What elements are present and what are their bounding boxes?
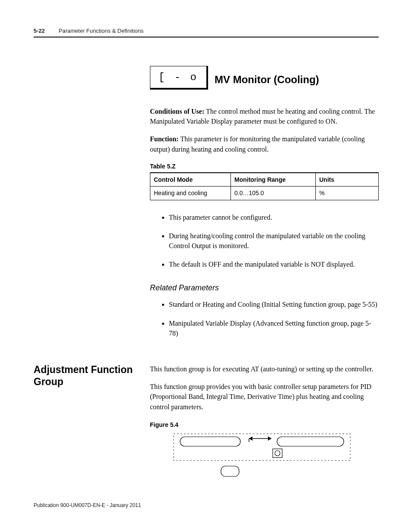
parameter-symbol-box: [ - o xyxy=(150,66,207,88)
table-cell: Heating and cooling xyxy=(150,187,231,200)
footer-publication: Publication 900-UM007D-EN-E - January 20… xyxy=(34,502,141,508)
svg-rect-7 xyxy=(221,466,239,476)
chapter-title: Parameter Functions & Definitions xyxy=(59,28,143,34)
svg-rect-0 xyxy=(174,434,350,460)
function-label: Function: xyxy=(150,135,179,143)
table-header-cell: Units xyxy=(316,173,379,187)
section-paragraph: This function group is for executing AT … xyxy=(150,364,379,374)
figure-caption: Figure 5.4 xyxy=(150,420,379,429)
table-row: Heating and cooling 0.0…105.0 % xyxy=(150,187,379,200)
table-header-row: Control Mode Monitoring Range Units xyxy=(150,173,379,187)
table-cell: 0.0…105.0 xyxy=(231,187,316,200)
svg-point-6 xyxy=(275,451,280,456)
notes-list: This parameter cannot be configured. Dur… xyxy=(150,212,379,270)
parameter-table: Control Mode Monitoring Range Units Heat… xyxy=(150,172,379,200)
table-header-cell: Monitoring Range xyxy=(231,173,316,187)
function-text: This parameter is for monitoring the man… xyxy=(150,135,365,152)
table-header-cell: Control Mode xyxy=(150,173,231,187)
figure-diagram xyxy=(171,432,352,479)
running-header: 5-22 Parameter Functions & Definitions xyxy=(34,28,379,34)
section-heading: Adjustment Function Group xyxy=(34,364,145,388)
page-number: 5-22 xyxy=(34,28,45,34)
related-parameters-heading: Related Parameters xyxy=(150,282,379,293)
list-item: Standard or Heating and Cooling (Initial… xyxy=(169,299,379,309)
function-paragraph: Function: This parameter is for monitori… xyxy=(150,134,379,154)
conditions-label: Conditions of Use: xyxy=(150,108,204,115)
conditions-paragraph: Conditions of Use: The control method mu… xyxy=(150,106,379,126)
svg-rect-1 xyxy=(180,437,240,446)
list-item: This parameter cannot be configured. xyxy=(169,212,379,222)
svg-rect-5 xyxy=(273,449,282,457)
parameter-symbol: [ - o xyxy=(159,72,198,83)
related-parameters-list: Standard or Heating and Cooling (Initial… xyxy=(150,299,379,338)
parameter-title: MV Monitor (Cooling) xyxy=(215,74,319,86)
table-caption: Table 5.Z xyxy=(150,162,379,171)
list-item: During heating/cooling control the manip… xyxy=(169,231,379,251)
table-cell: % xyxy=(316,187,379,200)
parameter-header: [ - o MV Monitor (Cooling) xyxy=(150,66,379,88)
section-paragraph: This function group provides you with ba… xyxy=(150,382,379,412)
header-rule xyxy=(34,37,379,37)
list-item: The default is OFF and the manipulated v… xyxy=(169,259,379,269)
svg-rect-2 xyxy=(277,437,344,446)
list-item: Manipulated Variable Display (Advanced S… xyxy=(169,318,379,338)
